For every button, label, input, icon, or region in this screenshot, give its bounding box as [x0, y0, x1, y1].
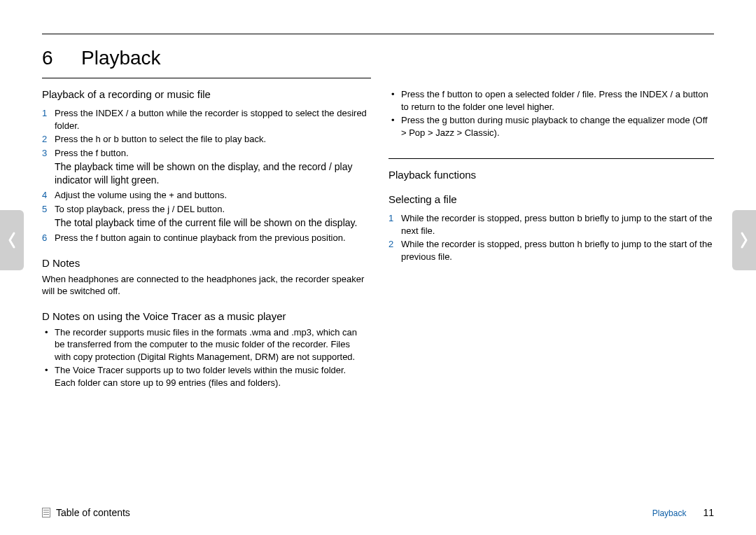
toc-label: Table of contents	[56, 507, 130, 518]
section-title-playback-functions: Playback functions	[388, 169, 714, 181]
breadcrumb[interactable]: Playback	[652, 508, 687, 518]
notes-text: When headphones are connected to the hea…	[42, 273, 368, 298]
music-notes-list: The recorder supports music files in the…	[42, 326, 368, 389]
toc-icon	[42, 508, 50, 517]
chapter-number: 6	[42, 47, 81, 69]
playback-steps: Press the INDEX / a button while the rec…	[42, 107, 368, 159]
chevron-left-icon	[7, 230, 17, 250]
page-footer: Table of contents Playback 11	[42, 507, 714, 518]
chevron-right-icon	[739, 230, 749, 250]
playback-steps-cont2: Press the f button again to continue pla…	[42, 232, 368, 244]
chapter-title: Playback	[81, 47, 161, 69]
left-column: Playback of a recording or music file Pr…	[42, 88, 368, 390]
step-5: To stop playback, press the j / DEL butt…	[42, 203, 368, 216]
selecting-steps: While the recorder is stopped, press but…	[388, 212, 714, 263]
step-2: Press the h or b button to select the fi…	[42, 133, 368, 146]
step-6: Press the f button again to continue pla…	[42, 232, 368, 244]
step-1: Press the INDEX / a button while the rec…	[42, 107, 368, 132]
subsection-selecting-file: Selecting a file	[388, 193, 714, 205]
prev-page-button[interactable]	[0, 210, 24, 270]
cont-bullet-1: Press the f button to open a selected fo…	[388, 88, 714, 113]
step-4: Adjust the volume using the + and button…	[42, 189, 368, 202]
notes-heading: D Notes	[42, 257, 368, 269]
page-number: 11	[703, 507, 714, 518]
selecting-step-1: While the recorder is stopped, press but…	[388, 212, 714, 237]
toc-link[interactable]: Table of contents	[42, 507, 130, 518]
step-3: Press the f button.	[42, 147, 368, 160]
cont-bullet-2: Press the g button during music playback…	[388, 114, 714, 139]
music-notes-heading: D Notes on using the Voice Tracer as a m…	[42, 310, 368, 322]
next-page-button[interactable]	[732, 210, 756, 270]
chapter-header: 6 Playback	[42, 47, 714, 69]
step-result-1: The playback time will be shown on the d…	[55, 160, 368, 187]
music-note-1: The recorder supports music files in the…	[42, 326, 368, 363]
right-column: Press the f button to open a selected fo…	[388, 88, 714, 390]
section-title-playback-file: Playback of a recording or music file	[42, 88, 368, 100]
music-notes-cont: Press the f button to open a selected fo…	[388, 88, 714, 139]
playback-steps-cont: Adjust the volume using the + and button…	[42, 189, 368, 215]
step-result-2: The total playback time of the current f…	[55, 216, 368, 230]
selecting-step-2: While the recorder is stopped, press but…	[388, 238, 714, 263]
music-note-2: The Voice Tracer supports up to two fold…	[42, 364, 368, 389]
